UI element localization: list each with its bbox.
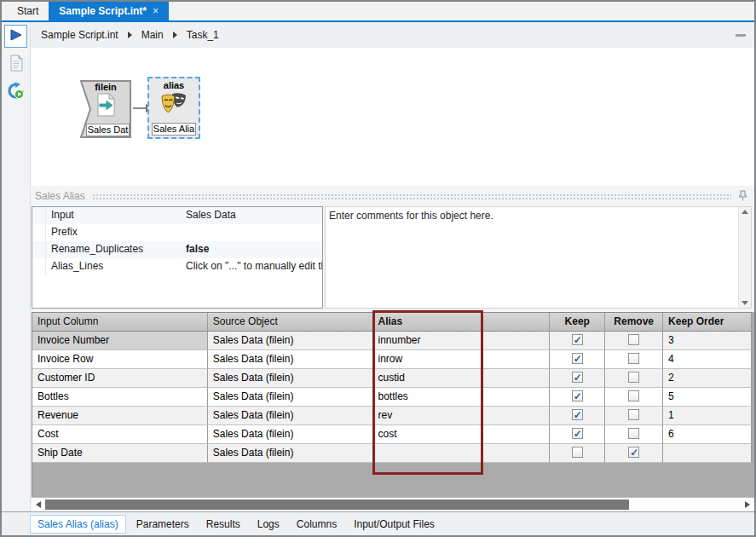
remove-checkbox[interactable] — [628, 353, 639, 364]
cell-input-column[interactable]: Invoice Row — [32, 350, 208, 369]
keep-checkbox[interactable] — [572, 428, 583, 439]
scroll-down-icon[interactable] — [742, 301, 748, 305]
table-row[interactable]: Customer ID Sales Data (filein) custid 2 — [32, 369, 752, 388]
breadcrumb-item-script[interactable]: Sample Script.int — [39, 29, 120, 41]
property-row: Alias_Lines Click on "..." to manually e… — [32, 258, 322, 275]
cell-input-column[interactable]: Invoice Number — [32, 332, 208, 350]
keep-checkbox[interactable] — [572, 334, 583, 345]
keep-checkbox[interactable] — [572, 372, 583, 383]
node-alias[interactable]: alias — [147, 77, 200, 139]
remove-checkbox[interactable] — [628, 390, 639, 401]
scrollbar-thumb[interactable] — [45, 499, 629, 510]
scroll-left-icon[interactable] — [32, 498, 45, 511]
tab-input-output-files[interactable]: Input/Output Files — [347, 516, 441, 533]
document-tab-bar: Start Sample Script.int* × — [2, 2, 754, 20]
script-document-icon — [9, 55, 24, 75]
cell-source-object: Sales Data (filein) — [208, 407, 373, 425]
comments-placeholder: Enter comments for this object here. — [326, 207, 738, 308]
keep-checkbox[interactable] — [572, 390, 583, 401]
remove-checkbox[interactable] — [628, 428, 639, 439]
script-document-button[interactable] — [4, 53, 27, 76]
table-row[interactable]: Revenue Sales Data (filein) rev 1 — [32, 407, 752, 425]
remove-checkbox[interactable] — [628, 447, 639, 458]
scroll-right-icon[interactable] — [741, 498, 754, 511]
tab-columns[interactable]: Columns — [290, 516, 343, 533]
cell-alias[interactable]: cost — [373, 425, 551, 444]
remove-checkbox[interactable] — [628, 372, 639, 383]
run-history-icon — [7, 82, 25, 103]
cell-alias[interactable]: innumber — [373, 332, 551, 350]
tab-sample-script[interactable]: Sample Script.int* × — [49, 2, 169, 20]
table-row[interactable]: Cost Sales Data (filein) cost 6 — [32, 425, 752, 444]
property-value-input[interactable]: Sales Data — [182, 207, 322, 224]
keep-checkbox[interactable] — [572, 447, 583, 458]
column-header-input-column[interactable]: Input Column — [32, 313, 208, 332]
cell-input-column[interactable]: Customer ID — [32, 369, 208, 388]
tab-logs[interactable]: Logs — [251, 516, 286, 533]
close-icon[interactable]: × — [153, 6, 159, 16]
property-value-prefix[interactable] — [182, 224, 322, 241]
remove-checkbox[interactable] — [628, 409, 639, 420]
flow-canvas[interactable]: filein Sales Dat alias — [31, 48, 754, 186]
cell-input-column[interactable]: Ship Date — [32, 444, 208, 463]
cell-input-column[interactable]: Bottles — [32, 388, 208, 407]
table-header-row: Input Column Source Object Alias Keep Re… — [32, 313, 752, 332]
column-header-alias[interactable]: Alias — [373, 313, 551, 332]
cell-source-object: Sales Data (filein) — [208, 369, 373, 388]
bottom-tab-bar: Sales Alias (alias) Parameters Results L… — [2, 511, 754, 535]
cell-keep-order[interactable] — [663, 444, 752, 463]
cell-keep-order[interactable]: 2 — [663, 369, 752, 388]
property-row: Rename_Duplicates false — [32, 241, 322, 258]
tab-start[interactable]: Start — [7, 2, 49, 20]
breadcrumb-item-main[interactable]: Main — [140, 29, 165, 41]
pin-icon[interactable] — [738, 190, 747, 202]
cell-input-column[interactable]: Cost — [32, 425, 208, 444]
comments-box[interactable]: Enter comments for this object here. — [325, 206, 752, 309]
node-filein-label: Sales Dat — [86, 124, 130, 136]
table-row[interactable]: Ship Date Sales Data (filein) — [32, 444, 752, 463]
run-flow-button[interactable] — [4, 25, 27, 48]
tab-parameters[interactable]: Parameters — [130, 516, 196, 533]
scrollbar-track[interactable] — [45, 498, 741, 511]
chevron-right-icon — [173, 32, 177, 38]
horizontal-scrollbar[interactable] — [32, 497, 754, 511]
table-row[interactable]: Invoice Number Sales Data (filein) innum… — [32, 332, 752, 350]
cell-keep-order[interactable]: 3 — [663, 332, 752, 350]
keep-checkbox[interactable] — [572, 409, 583, 420]
cell-keep-order[interactable]: 4 — [663, 350, 752, 369]
cell-source-object: Sales Data (filein) — [208, 350, 373, 369]
comments-scrollbar[interactable] — [738, 207, 751, 308]
cell-keep-order[interactable]: 1 — [663, 407, 752, 425]
column-header-keep[interactable]: Keep — [550, 313, 605, 332]
table-row[interactable]: Invoice Row Sales Data (filein) inrow 4 — [32, 350, 752, 369]
cell-alias[interactable]: bottles — [373, 388, 551, 407]
tab-results[interactable]: Results — [199, 516, 247, 533]
cell-alias[interactable]: rev — [373, 407, 551, 425]
cell-source-object: Sales Data (filein) — [208, 444, 373, 463]
property-name: Prefix — [46, 224, 182, 241]
property-name: Alias_Lines — [46, 258, 182, 275]
properties-panel-body: Input Sales Data Prefix Rename_Duplicate… — [31, 206, 754, 312]
column-header-source-object[interactable]: Source Object — [208, 313, 373, 332]
chevron-right-icon — [128, 32, 132, 38]
node-filein[interactable]: filein Sales Dat — [80, 80, 131, 138]
scroll-up-icon[interactable] — [742, 210, 748, 214]
property-value-alias-lines[interactable]: Click on "..." to manually edit the al — [182, 258, 322, 275]
column-header-remove[interactable]: Remove — [605, 313, 663, 332]
breadcrumb-item-task[interactable]: Task_1 — [185, 29, 221, 41]
collapse-panel-icon[interactable] — [736, 34, 746, 37]
tab-sales-alias[interactable]: Sales Alias (alias) — [30, 515, 126, 534]
cell-alias[interactable]: inrow — [373, 350, 551, 369]
cell-keep-order[interactable]: 6 — [663, 425, 752, 444]
cell-alias[interactable] — [373, 444, 551, 463]
cell-keep-order[interactable]: 5 — [663, 388, 752, 407]
table-row[interactable]: Bottles Sales Data (filein) bottles 5 — [32, 388, 752, 407]
cell-alias[interactable]: custid — [373, 369, 551, 388]
masks-icon — [161, 92, 187, 116]
cell-input-column[interactable]: Revenue — [32, 407, 208, 425]
column-header-keep-order[interactable]: Keep Order — [663, 313, 752, 332]
keep-checkbox[interactable] — [572, 353, 583, 364]
property-value-rename-duplicates[interactable]: false — [182, 241, 322, 258]
remove-checkbox[interactable] — [628, 334, 639, 345]
run-history-button[interactable] — [4, 81, 27, 104]
